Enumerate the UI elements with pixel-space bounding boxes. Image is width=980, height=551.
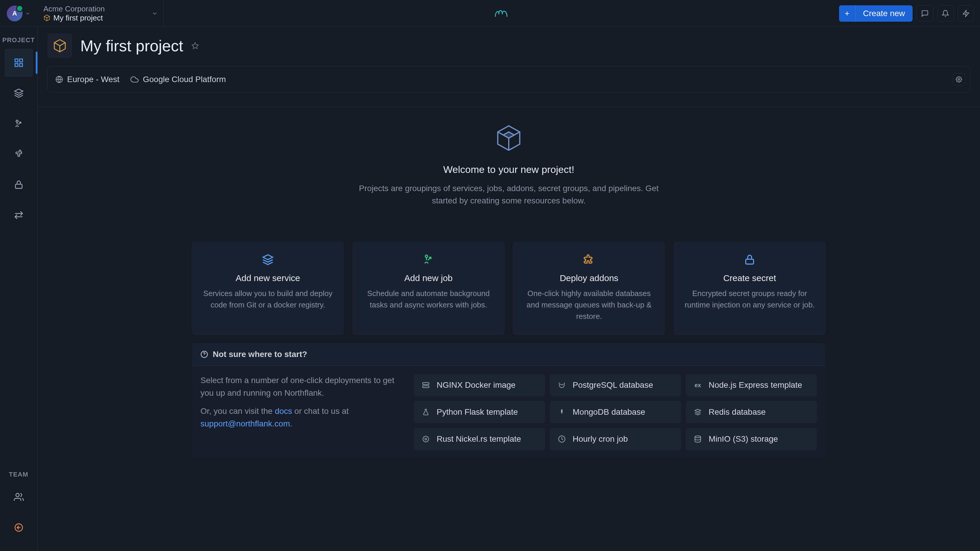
welcome-section: Welcome to your new project! Projects ar… [48, 123, 970, 207]
svg-marker-13 [192, 43, 199, 49]
deploy-label: Rust Nickel.rs template [437, 434, 521, 444]
card-title: Add new job [404, 273, 452, 283]
deploy-label: MongoDB database [573, 408, 645, 417]
globe-icon [56, 76, 63, 83]
quick-start-box: Not sure where to start? Select from a n… [181, 343, 837, 459]
welcome-title: Welcome to your new project! [443, 164, 574, 175]
lock-icon [744, 254, 756, 266]
deploy-node-express[interactable]: exNode.js Express template [686, 374, 817, 396]
svg-point-18 [425, 255, 428, 257]
welcome-cube-icon [494, 123, 523, 153]
text-fragment: or chat to us at [292, 406, 349, 416]
text-fragment: . [290, 419, 292, 428]
org-name: Acme Corporation [43, 5, 158, 13]
svg-rect-1 [15, 59, 18, 62]
create-new-button[interactable]: + Create new [839, 5, 913, 22]
chevron-down-icon[interactable] [151, 10, 158, 17]
svg-marker-17 [263, 255, 272, 260]
card-desc: Services allow you to build and deploy c… [200, 288, 335, 311]
sidebar-item-dashboard[interactable] [5, 49, 33, 77]
puzzle-icon [583, 254, 595, 266]
sidebar-item-addons[interactable] [5, 140, 33, 168]
flash-icon-button[interactable] [958, 5, 974, 22]
deploy-postgres[interactable]: PostgreSQL database [550, 374, 681, 396]
environment-bar: Europe - West Google Cloud Platform [48, 66, 970, 92]
plus-icon: + [839, 5, 856, 22]
storage-icon [693, 435, 703, 443]
environment-settings-button[interactable] [953, 73, 965, 86]
running-icon [423, 254, 434, 266]
svg-point-16 [958, 78, 960, 80]
deploy-label: MinIO (S3) storage [709, 434, 778, 444]
card-add-service[interactable]: Add new service Services allow you to bu… [192, 242, 344, 335]
card-desc: Schedule and automate background tasks a… [361, 288, 496, 311]
sidebar-group-team: TEAM [9, 471, 28, 478]
sidebar: PROJECT TEAM [0, 27, 38, 551]
docs-link[interactable]: docs [275, 406, 292, 416]
quick-start-text: Select from a number of one-click deploy… [200, 374, 402, 450]
support-email-link[interactable]: support@northflank.com [200, 419, 290, 428]
deploy-redis[interactable]: Redis database [686, 401, 817, 423]
sidebar-item-members[interactable] [5, 483, 33, 511]
deploy-label: Node.js Express template [709, 381, 802, 390]
region-label: Europe - West [67, 75, 119, 84]
flask-icon [421, 408, 431, 416]
account-avatar[interactable]: A [7, 6, 22, 21]
deploy-cron[interactable]: Hourly cron job [550, 428, 681, 450]
card-add-job[interactable]: Add new job Schedule and automate backgr… [352, 242, 505, 335]
sidebar-item-logout[interactable] [5, 513, 33, 541]
sidebar-item-pipelines[interactable] [5, 201, 33, 229]
quick-start-line1: Select from a number of one-click deploy… [200, 374, 402, 400]
card-deploy-addons[interactable]: Deploy addons One-click highly available… [513, 242, 665, 335]
star-icon[interactable] [191, 42, 199, 49]
deploy-grid: NGINX Docker image PostgreSQL database e… [414, 374, 817, 450]
svg-rect-22 [423, 382, 429, 385]
deploy-label: Python Flask template [437, 408, 518, 417]
feedback-icon-button[interactable] [917, 5, 933, 22]
action-cards: Add new service Services allow you to bu… [181, 242, 837, 335]
sidebar-item-services[interactable] [5, 79, 33, 107]
card-title: Deploy addons [560, 273, 618, 283]
deploy-label: PostgreSQL database [573, 381, 653, 390]
card-title: Add new service [235, 273, 300, 283]
svg-rect-3 [15, 64, 18, 67]
svg-rect-2 [19, 59, 22, 62]
project-cube-icon [43, 14, 50, 21]
deploy-nginx[interactable]: NGINX Docker image [414, 374, 545, 396]
deploy-mongodb[interactable]: MongoDB database [550, 401, 681, 423]
deploy-rust[interactable]: Rust Nickel.rs template [414, 428, 545, 450]
project-icon [48, 33, 72, 58]
server-icon [421, 381, 431, 389]
rust-icon [421, 435, 431, 443]
deploy-minio[interactable]: MinIO (S3) storage [686, 428, 817, 450]
divider [38, 107, 980, 107]
card-create-secret[interactable]: Create secret Encrypted secret groups re… [673, 242, 826, 335]
chevron-down-icon[interactable] [25, 11, 31, 16]
avatar-letter: A [12, 10, 17, 17]
svg-point-26 [423, 436, 429, 442]
quick-start-title: Not sure where to start? [213, 350, 307, 359]
quick-start-heading: Not sure where to start? [192, 343, 825, 366]
text-fragment: Or, you can visit the [200, 406, 275, 416]
card-desc: Encrypted secret groups ready for runtim… [682, 288, 817, 311]
project-switcher[interactable]: Acme Corporation My first project [38, 0, 164, 27]
express-icon: ex [693, 382, 703, 389]
help-icon [200, 350, 208, 358]
main-content: My first project Europe - West Google C [38, 27, 980, 551]
svg-point-6 [16, 120, 18, 122]
deploy-label: NGINX Docker image [437, 381, 515, 390]
sidebar-item-jobs[interactable] [5, 110, 33, 138]
svg-rect-7 [15, 184, 22, 188]
deploy-flask[interactable]: Python Flask template [414, 401, 545, 423]
provider-indicator: Google Cloud Platform [130, 75, 226, 84]
svg-marker-0 [963, 10, 969, 17]
topbar: A Acme Corporation My first project [0, 0, 980, 27]
notifications-icon-button[interactable] [937, 5, 954, 22]
card-title: Create secret [723, 273, 776, 283]
brand-logo[interactable] [494, 8, 508, 19]
clock-icon [557, 435, 567, 443]
project-name: My first project [53, 13, 103, 22]
deploy-label: Hourly cron job [573, 434, 628, 444]
svg-point-27 [425, 438, 427, 440]
sidebar-item-secrets[interactable] [5, 170, 33, 199]
